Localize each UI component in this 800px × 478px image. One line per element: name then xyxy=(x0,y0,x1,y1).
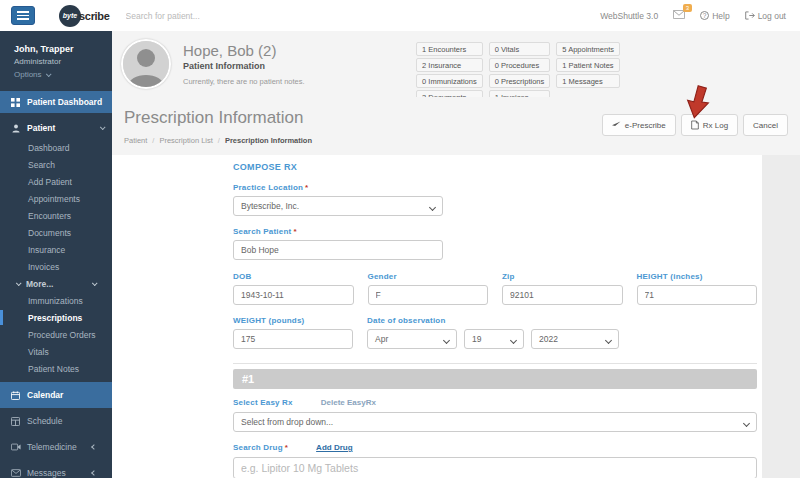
stat-prescriptions[interactable]: 0 Prescriptions xyxy=(489,74,551,88)
logout-link[interactable]: Log out xyxy=(745,11,786,21)
eprescribe-button[interactable]: e-Prescribe xyxy=(602,114,676,136)
header-buttons: e-Prescribe Rx Log Cancel xyxy=(602,114,788,136)
bytescribe-logo[interactable]: byte scribe xyxy=(59,5,110,27)
schedule-icon xyxy=(10,417,21,426)
help-icon: ? xyxy=(700,11,709,20)
gender-input[interactable] xyxy=(368,285,489,305)
practice-location-select[interactable]: Bytescribe, Inc. xyxy=(233,196,443,216)
sidebar-item-more[interactable]: More... xyxy=(0,275,112,292)
logout-label: Log out xyxy=(758,11,786,21)
stats-column-3: 5 Appointments 1 Patient Notes 1 Message… xyxy=(556,42,620,104)
messages-icon[interactable]: 3 xyxy=(673,10,685,21)
sidebar-section-patient[interactable]: Patient xyxy=(0,117,112,139)
stats-column-2: 0 Vitals 0 Procedures 0 Prescriptions 1 … xyxy=(489,42,551,104)
patient-avatar xyxy=(121,39,171,89)
sidebar-item-encounters[interactable]: Encounters xyxy=(0,207,112,224)
patient-name: Hope, Bob (2) xyxy=(183,42,305,59)
stat-procedures[interactable]: 0 Procedures xyxy=(489,58,551,72)
sidebar-item-insurance[interactable]: Insurance xyxy=(0,241,112,258)
breadcrumb-patient[interactable]: Patient xyxy=(124,136,147,145)
required-asterisk: * xyxy=(285,443,288,452)
dob-input[interactable] xyxy=(233,285,354,305)
sidebar-item-appointments[interactable]: Appointments xyxy=(0,190,112,207)
chevron-down-icon xyxy=(605,337,612,344)
sidebar-item-procedure-orders[interactable]: Procedure Orders xyxy=(0,326,112,343)
top-navbar: byte scribe WebShuttle 3.0 3 ? Help Log … xyxy=(0,0,800,31)
sidebar-item-add-patient[interactable]: Add Patient xyxy=(0,173,112,190)
add-drug-link[interactable]: Add Drug xyxy=(316,443,352,452)
patient-header-band: Hope, Bob (2) Patient Information Curren… xyxy=(112,31,800,97)
sidebar: John, Trapper Administrator Options Pati… xyxy=(0,31,112,478)
sidebar-item-messages[interactable]: Messages xyxy=(0,460,112,478)
menu-toggle-button[interactable] xyxy=(11,6,35,25)
stat-appointments[interactable]: 5 Appointments xyxy=(556,42,620,56)
rx-item-banner: #1 xyxy=(233,369,757,389)
user-options-link[interactable]: Options xyxy=(14,70,102,79)
sidebar-item-telemedicine[interactable]: Telemedicine xyxy=(0,434,112,460)
sidebar-item-dashboard[interactable]: Dashboard xyxy=(0,139,112,156)
select-easy-rx-label: Select Easy Rx xyxy=(233,398,293,407)
chevron-down-icon xyxy=(92,280,98,286)
grid-icon xyxy=(10,98,21,107)
day-select[interactable]: 19 xyxy=(464,329,524,349)
sidebar-item-immunizations[interactable]: Immunizations xyxy=(0,292,112,309)
chevron-down-icon xyxy=(100,124,106,130)
stat-vitals[interactable]: 0 Vitals xyxy=(489,42,551,56)
delete-easyrx-link[interactable]: Delete EasyRx xyxy=(321,398,376,407)
stat-immunizations[interactable]: 0 Immunizations xyxy=(416,74,483,88)
sidebar-item-documents[interactable]: Documents xyxy=(0,224,112,241)
user-block: John, Trapper Administrator Options xyxy=(0,31,112,91)
stat-patient-notes[interactable]: 1 Patient Notes xyxy=(556,58,620,72)
sidebar-item-search[interactable]: Search xyxy=(0,156,112,173)
zip-label: Zip xyxy=(502,272,623,281)
stats-column-1: 1 Encounters 2 Insurance 0 Immunizations… xyxy=(416,42,483,104)
easy-rx-labels: Select Easy Rx Delete EasyRx xyxy=(233,398,757,407)
sidebar-item-schedule[interactable]: Schedule xyxy=(0,408,112,434)
chevron-down-icon xyxy=(429,204,436,211)
logout-icon xyxy=(745,11,755,20)
rx-log-button[interactable]: Rx Log xyxy=(681,114,738,136)
sidebar-item-patient-notes[interactable]: Patient Notes xyxy=(0,360,112,377)
easy-rx-select[interactable]: Select from drop down... xyxy=(233,412,757,432)
patient-info: Hope, Bob (2) Patient Information Curren… xyxy=(183,42,305,86)
chevron-left-icon xyxy=(91,444,97,450)
help-link[interactable]: ? Help xyxy=(700,11,729,21)
user-role: Administrator xyxy=(14,57,102,66)
search-patient-input[interactable] xyxy=(233,240,443,260)
chevron-left-icon xyxy=(91,470,97,476)
zip-input[interactable] xyxy=(502,285,623,305)
search-drug-input[interactable] xyxy=(233,457,757,478)
demographics-row: DOB Gender Zip HEIGHT (inches) xyxy=(233,260,757,305)
weight-date-row: WEIGHT (pounds) Date of observation Apr … xyxy=(233,305,757,349)
stat-messages[interactable]: 1 Messages xyxy=(556,74,620,88)
month-select[interactable]: Apr xyxy=(367,329,457,349)
envelope-icon xyxy=(10,469,21,477)
sidebar-item-vitals[interactable]: Vitals xyxy=(0,343,112,360)
year-select[interactable]: 2022 xyxy=(531,329,619,349)
sidebar-item-patient-dashboard[interactable]: Patient Dashboard xyxy=(0,91,112,113)
person-icon xyxy=(10,124,21,133)
patient-stats: 1 Encounters 2 Insurance 0 Immunizations… xyxy=(416,42,620,104)
date-observation-label: Date of observation xyxy=(367,316,619,325)
page-header: Prescription Information Patient / Presc… xyxy=(112,97,800,155)
stat-encounters[interactable]: 1 Encounters xyxy=(416,42,483,56)
compose-rx-form: COMPOSE RX Practice Location* Bytescribe… xyxy=(233,155,757,478)
search-input[interactable] xyxy=(126,11,601,21)
breadcrumb-current: Prescription Information xyxy=(225,136,312,145)
cancel-button[interactable]: Cancel xyxy=(743,114,788,136)
height-input[interactable] xyxy=(637,285,758,305)
gender-label: Gender xyxy=(368,272,489,281)
sidebar-item-calendar[interactable]: Calendar xyxy=(0,382,112,408)
weight-input[interactable] xyxy=(233,329,353,349)
breadcrumb-prescription-list[interactable]: Prescription List xyxy=(159,136,212,145)
patient-note: Currently, there are no patient notes. xyxy=(183,77,305,86)
sidebar-item-invoices[interactable]: Invoices xyxy=(0,258,112,275)
stat-insurance[interactable]: 2 Insurance xyxy=(416,58,483,72)
search-patient-label: Search Patient* xyxy=(233,227,757,236)
calendar-icon xyxy=(10,391,21,400)
help-label: Help xyxy=(712,11,729,21)
section-title: COMPOSE RX xyxy=(233,162,757,172)
required-asterisk: * xyxy=(293,227,296,236)
logo-circle: byte xyxy=(59,5,81,27)
sidebar-item-prescriptions[interactable]: Prescriptions xyxy=(0,309,112,326)
